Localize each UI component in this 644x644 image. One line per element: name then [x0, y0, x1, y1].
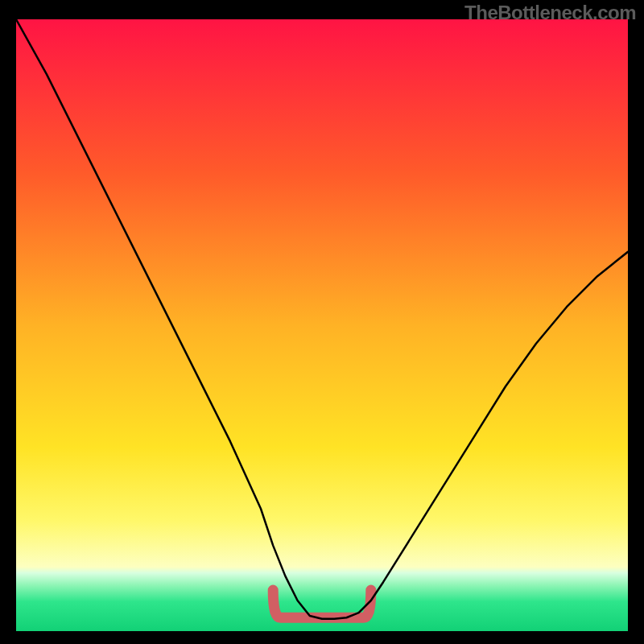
bottleneck-plot	[16, 19, 628, 631]
chart-frame: TheBottleneck.com	[0, 0, 644, 644]
watermark-label: TheBottleneck.com	[464, 2, 636, 24]
plot-background	[16, 19, 628, 631]
